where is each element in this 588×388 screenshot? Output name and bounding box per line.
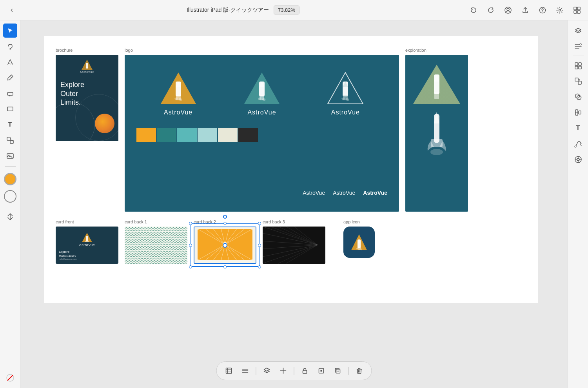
handle-tr[interactable] bbox=[258, 222, 261, 225]
logo-name-1: AstroVue bbox=[164, 109, 192, 116]
curve-panel-btn[interactable] bbox=[571, 137, 585, 151]
svg-rect-38 bbox=[346, 98, 349, 101]
properties-panel-btn[interactable] bbox=[571, 39, 585, 53]
pathfinder-panel-btn[interactable] bbox=[571, 90, 585, 104]
crop-tool[interactable] bbox=[223, 365, 235, 377]
card-front-item: card front AstroVue ExploreOuter Limits. bbox=[56, 219, 118, 264]
unlock-tool[interactable] bbox=[299, 365, 311, 377]
tool-divider-2 bbox=[5, 206, 16, 206]
logo-label: logo bbox=[125, 48, 399, 53]
artboards-row2: card front AstroVue ExploreOuter Limits. bbox=[56, 219, 526, 264]
svg-rect-103 bbox=[321, 370, 322, 372]
svg-rect-48 bbox=[86, 236, 88, 241]
svg-rect-20 bbox=[86, 67, 88, 69]
svg-marker-110 bbox=[575, 28, 581, 31]
redo-button[interactable] bbox=[486, 5, 495, 15]
svg-rect-51 bbox=[125, 227, 187, 264]
card-back2-item: card back 2 bbox=[194, 219, 256, 264]
svg-point-114 bbox=[580, 44, 581, 45]
card-back1-canvas[interactable] bbox=[125, 227, 187, 264]
brochure-canvas[interactable]: AstroVue ExploreOuterLimits. bbox=[56, 55, 118, 141]
top-bar: ‹ Illustrator iPad 版-クイックツアー 73.82% bbox=[0, 0, 588, 20]
hide-tool[interactable] bbox=[316, 365, 327, 377]
swatch-teal-dark bbox=[157, 128, 176, 142]
divider2 bbox=[294, 367, 294, 375]
add-tool[interactable] bbox=[278, 365, 289, 377]
symbols-panel-btn[interactable] bbox=[571, 152, 585, 167]
exploration-label: exploration bbox=[405, 48, 468, 53]
text-variants: AstroVue AstroVue AstroVue bbox=[303, 190, 387, 196]
card-back2-canvas[interactable] bbox=[194, 227, 256, 264]
undo-button[interactable] bbox=[469, 5, 478, 15]
touch-button[interactable] bbox=[572, 5, 582, 15]
card-front-label: card front bbox=[56, 219, 118, 224]
svg-rect-115 bbox=[575, 63, 578, 65]
exploration-artboard: exploration bbox=[405, 48, 468, 212]
layers-panel-btn[interactable] bbox=[571, 24, 585, 38]
swatch-teal-light bbox=[198, 128, 217, 142]
document-title: Illustrator iPad 版-クイックツアー bbox=[187, 7, 269, 14]
type-panel-btn[interactable]: T bbox=[571, 121, 585, 135]
svg-rect-8 bbox=[577, 11, 580, 13]
settings-button[interactable] bbox=[555, 5, 564, 15]
zoom-level[interactable]: 73.82% bbox=[274, 5, 299, 15]
eraser-tool[interactable] bbox=[3, 86, 17, 100]
card-back3-item: card back 3 bbox=[263, 219, 325, 264]
delete-tool[interactable] bbox=[354, 365, 365, 377]
handle-mr[interactable] bbox=[258, 244, 261, 247]
canvas-content: brochure AstroVue ExploreOuterLimits. bbox=[44, 36, 538, 303]
handle-ml[interactable] bbox=[189, 244, 192, 247]
card-front-canvas[interactable]: AstroVue ExploreOuter Limits. 0000000000… bbox=[56, 227, 118, 264]
select-tool[interactable] bbox=[3, 24, 17, 38]
svg-point-131 bbox=[577, 158, 579, 161]
transform-tool[interactable] bbox=[3, 133, 17, 147]
svg-point-46 bbox=[430, 149, 443, 155]
share-button[interactable] bbox=[521, 5, 530, 15]
svg-rect-7 bbox=[574, 11, 577, 13]
fill-color[interactable] bbox=[4, 173, 16, 185]
lasso-tool[interactable] bbox=[3, 39, 17, 53]
rect-tool[interactable] bbox=[3, 102, 17, 116]
pen-tool[interactable] bbox=[3, 55, 17, 69]
image-tool[interactable] bbox=[3, 149, 17, 163]
swatch-orange bbox=[136, 128, 156, 142]
align-tool[interactable] bbox=[240, 365, 251, 377]
exploration-canvas[interactable] bbox=[405, 55, 468, 212]
arrange-tool[interactable] bbox=[3, 209, 17, 223]
svg-line-17 bbox=[7, 375, 13, 381]
top-anchor[interactable] bbox=[223, 215, 227, 219]
align-panel-btn[interactable] bbox=[571, 105, 585, 120]
logo-variants: AstroVue bbox=[136, 71, 387, 116]
text-medium: AstroVue bbox=[333, 190, 355, 196]
svg-rect-49 bbox=[85, 241, 89, 242]
logo-canvas[interactable]: AstroVue bbox=[125, 55, 399, 212]
canvas-area[interactable]: brochure AstroVue ExploreOuterLimits. bbox=[20, 20, 568, 388]
handle-bl[interactable] bbox=[189, 265, 192, 268]
help-button[interactable] bbox=[538, 5, 547, 15]
handle-bm[interactable] bbox=[223, 265, 227, 268]
svg-rect-11 bbox=[7, 107, 13, 111]
stroke-color[interactable] bbox=[4, 190, 16, 203]
left-toolbar: T bbox=[0, 20, 20, 388]
handle-br[interactable] bbox=[258, 265, 261, 268]
layers-tool[interactable] bbox=[261, 365, 273, 377]
app-icon-canvas[interactable] bbox=[343, 227, 375, 258]
back-button[interactable]: ‹ bbox=[6, 5, 17, 16]
logo-name-3: AstroVue bbox=[331, 109, 360, 116]
card-back3-canvas[interactable] bbox=[263, 227, 325, 264]
library-panel-btn[interactable] bbox=[571, 58, 585, 73]
type-tool[interactable]: T bbox=[3, 118, 17, 132]
card-back3-label: card back 3 bbox=[263, 219, 325, 224]
no-stroke-indicator[interactable] bbox=[3, 371, 17, 385]
pencil-tool[interactable] bbox=[3, 71, 17, 85]
collaborate-button[interactable] bbox=[503, 5, 513, 15]
top-bar-right bbox=[469, 5, 582, 15]
swatch-black bbox=[238, 128, 258, 142]
svg-rect-10 bbox=[7, 92, 13, 95]
artboards-row1: brochure AstroVue ExploreOuterLimits. bbox=[56, 48, 526, 212]
svg-rect-116 bbox=[579, 63, 581, 65]
svg-rect-101 bbox=[303, 370, 307, 373]
duplicate-tool[interactable] bbox=[332, 365, 344, 377]
transform-panel-btn[interactable] bbox=[571, 74, 585, 88]
handle-tl[interactable] bbox=[189, 222, 192, 225]
